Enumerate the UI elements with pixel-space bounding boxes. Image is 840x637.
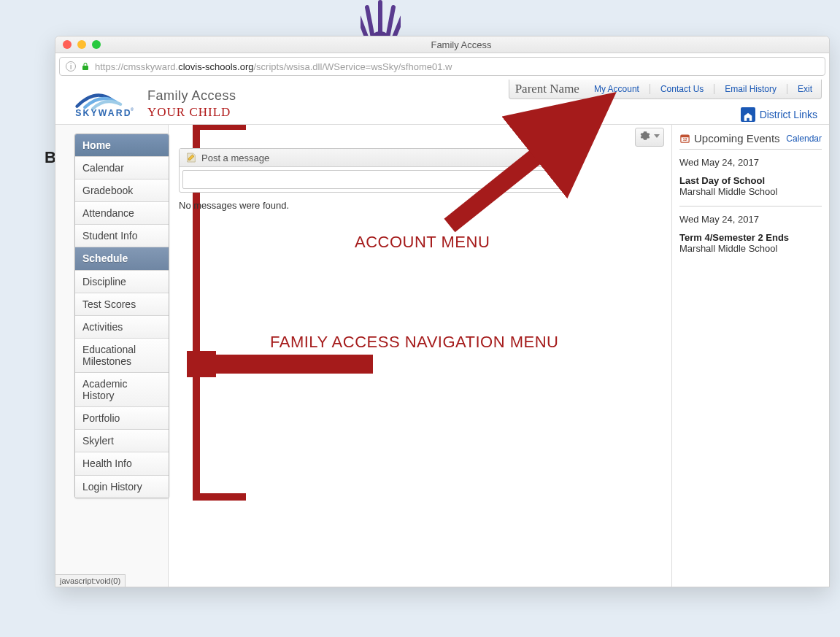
gear-icon [640,131,650,141]
compose-icon [185,152,197,163]
child-name: YOUR CHILD [147,105,236,120]
logo-block: SKYWARD ® Family Access YOUR CHILD [73,85,236,120]
event-date: Wed May 24, 2017 [679,157,822,168]
upcoming-events-title: Upcoming Events [694,132,780,144]
statusbar: javascript:void(0) [55,574,126,587]
my-account-link[interactable]: My Account [591,82,642,96]
body-row: HomeCalendarGradebookAttendanceStudent I… [55,125,829,587]
nav-menu: HomeCalendarGradebookAttendanceStudent I… [74,134,169,498]
site-info-icon[interactable]: i [66,61,76,72]
header-titles: Family Access YOUR CHILD [147,88,236,120]
nav-item-portfolio[interactable]: Portfolio [75,407,169,430]
svg-line-2 [367,7,373,38]
calendar-icon: 12 [679,133,690,144]
post-message-box: Post a message [179,148,566,193]
sidebar-events: 12 Upcoming Events Calendar Wed May 24, … [671,125,829,587]
nav-item-schedule[interactable]: Schedule [75,247,169,270]
zoom-window-button[interactable] [92,40,101,49]
nav-item-attendance[interactable]: Attendance [75,202,169,225]
window-titlebar: Family Access [55,36,829,53]
nav-item-activities[interactable]: Activities [75,316,169,339]
nav-item-skylert[interactable]: Skylert [75,430,169,452]
svg-line-3 [388,7,393,38]
nav-item-test-scores[interactable]: Test Scores [75,293,169,316]
app-header: SKYWARD ® Family Access YOUR CHILD Paren… [55,80,829,125]
url-bar[interactable]: i https://cmsskyward.clovis-schools.org/… [59,57,825,76]
event-title: Term 4/Semester 2 Ends [679,232,822,243]
main-column: Post a message No messages were found. [169,125,671,587]
nav-item-login-history[interactable]: Login History [75,476,169,498]
svg-text:SKYWARD: SKYWARD [75,108,131,118]
event-title: Last Day of School [679,175,822,186]
nav-item-student-info[interactable]: Student Info [75,225,169,247]
exit-link[interactable]: Exit [795,82,815,96]
upcoming-events-header: 12 Upcoming Events Calendar [679,132,822,150]
minimize-window-button[interactable] [77,40,86,49]
app-title: Family Access [147,88,236,104]
traffic-lights [63,40,101,49]
window-title: Family Access [101,39,822,50]
district-links[interactable]: District Links [741,107,817,122]
page-content: SKYWARD ® Family Access YOUR CHILD Paren… [55,80,829,587]
nav-item-calendar[interactable]: Calendar [75,157,169,179]
browser-window: Family Access i https://cmsskyward.clovi… [55,36,830,587]
event-location: Marshall Middle School [679,186,822,197]
caret-down-icon [654,134,660,138]
nav-item-gradebook[interactable]: Gradebook [75,179,169,202]
nav-item-home[interactable]: Home [75,134,169,157]
nav-item-health-info[interactable]: Health Info [75,452,169,475]
svg-text:12: 12 [682,137,687,142]
district-links-label: District Links [760,109,817,120]
parent-name: Parent Name [515,82,584,96]
event-date: Wed May 24, 2017 [679,214,822,225]
url-text: https://cmsskyward.clovis-schools.org/sc… [95,60,452,73]
nav-item-educational-milestones[interactable]: Educational Milestones [75,339,169,373]
svg-text:®: ® [131,107,134,112]
calendar-link[interactable]: Calendar [786,134,822,144]
post-message-header[interactable]: Post a message [180,149,565,167]
no-messages-text: No messages were found. [179,200,661,211]
gear-button[interactable] [635,128,664,147]
nav-item-academic-history[interactable]: Academic History [75,373,169,407]
event-block: Wed May 24, 2017Last Day of SchoolMarsha… [679,150,822,206]
district-icon [741,107,755,122]
close-window-button[interactable] [63,40,72,49]
skyward-logo: SKYWARD ® [73,85,139,119]
post-message-input[interactable] [182,170,562,189]
event-block: Wed May 24, 2017Term 4/Semester 2 EndsMa… [679,206,822,263]
email-history-link[interactable]: Email History [722,82,779,96]
nav-column: HomeCalendarGradebookAttendanceStudent I… [55,125,169,587]
contact-us-link[interactable]: Contact Us [658,82,706,96]
account-menu-bar: Parent Name My Account Contact Us Email … [509,80,822,99]
https-lock-icon [81,62,90,71]
event-location: Marshall Middle School [679,243,822,254]
post-message-label: Post a message [201,153,269,163]
events-list: Wed May 24, 2017Last Day of SchoolMarsha… [679,150,822,263]
nav-item-discipline[interactable]: Discipline [75,271,169,293]
